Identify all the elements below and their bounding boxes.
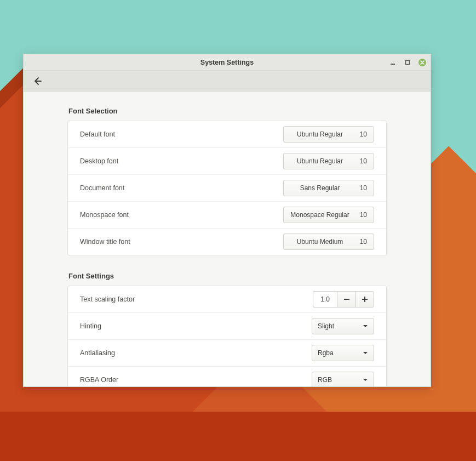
default-font-button[interactable]: Ubuntu Regular 10 <box>283 126 374 143</box>
maximize-icon <box>405 60 410 65</box>
row-desktop-font: Desktop font Ubuntu Regular 10 <box>68 147 386 174</box>
row-label: Window title font <box>80 238 130 246</box>
text-scaling-stepper <box>313 291 374 308</box>
window-controls <box>388 58 426 66</box>
font-size: 10 <box>357 211 367 219</box>
font-size: 10 <box>357 238 367 246</box>
row-text-scaling: Text scaling factor <box>68 286 386 312</box>
wallpaper-shape <box>0 412 476 461</box>
text-scaling-input[interactable] <box>313 291 337 308</box>
row-label: RGBA Order <box>80 376 118 384</box>
combobox-value: Rgba <box>318 349 358 357</box>
hinting-combobox[interactable]: Slight <box>312 318 374 334</box>
minimize-button[interactable] <box>388 58 397 66</box>
row-window-title-font: Window title font Ubuntu Medium 10 <box>68 228 386 255</box>
desktop-font-button[interactable]: Ubuntu Regular 10 <box>283 153 374 169</box>
arrow-left-icon <box>33 77 42 86</box>
row-label: Document font <box>80 184 124 192</box>
row-hinting: Hinting Slight <box>68 312 386 339</box>
antialiasing-combobox[interactable]: Rgba <box>312 345 374 361</box>
section-heading-font-settings: Font Settings <box>68 272 386 280</box>
font-size: 10 <box>357 157 367 165</box>
document-font-button[interactable]: Sans Regular 10 <box>283 180 374 196</box>
font-size: 10 <box>357 184 367 192</box>
window-title: System Settings <box>200 59 254 66</box>
maximize-button[interactable] <box>403 58 411 66</box>
row-label: Monospace font <box>80 211 129 219</box>
chevron-down-icon <box>363 350 368 356</box>
svg-rect-4 <box>364 297 365 302</box>
row-default-font: Default font Ubuntu Regular 10 <box>68 121 386 147</box>
text-scaling-increase-button[interactable] <box>355 291 374 308</box>
window-title-font-button[interactable]: Ubuntu Medium 10 <box>283 234 374 250</box>
font-name: Monospace Regular <box>290 211 349 219</box>
chevron-down-icon <box>363 323 368 329</box>
close-button[interactable] <box>418 58 426 66</box>
svg-rect-2 <box>344 299 349 300</box>
row-document-font: Document font Sans Regular 10 <box>68 174 386 201</box>
combobox-value: RGB <box>318 376 358 384</box>
settings-body: Font Selection Default font Ubuntu Regul… <box>24 92 431 386</box>
monospace-font-button[interactable]: Monospace Regular 10 <box>283 207 374 223</box>
chevron-down-icon <box>363 377 368 383</box>
svg-rect-1 <box>405 60 409 64</box>
font-name: Sans Regular <box>290 184 349 192</box>
row-label: Hinting <box>80 322 101 330</box>
font-size: 10 <box>357 130 367 138</box>
row-antialiasing: Antialiasing Rgba <box>68 339 386 366</box>
font-name: Ubuntu Regular <box>290 157 349 165</box>
back-button[interactable] <box>31 75 43 87</box>
row-label: Desktop font <box>80 157 118 165</box>
font-name: Ubuntu Medium <box>290 238 349 246</box>
plus-icon <box>362 296 368 303</box>
font-settings-panel: Text scaling factor Hinting Slight <box>67 286 387 386</box>
rgba-order-combobox[interactable]: RGB <box>312 372 374 386</box>
close-icon <box>420 60 425 65</box>
section-heading-font-selection: Font Selection <box>68 107 386 115</box>
font-selection-panel: Default font Ubuntu Regular 10 Desktop f… <box>67 121 387 255</box>
titlebar: System Settings <box>24 54 431 71</box>
toolbar <box>24 71 431 92</box>
minimize-icon <box>390 60 395 65</box>
row-monospace-font: Monospace font Monospace Regular 10 <box>68 201 386 228</box>
row-label: Text scaling factor <box>80 295 135 303</box>
font-name: Ubuntu Regular <box>290 130 349 138</box>
system-settings-window: System Settings Font Selection Defaul <box>23 54 431 387</box>
combobox-value: Slight <box>318 322 358 330</box>
text-scaling-decrease-button[interactable] <box>337 291 355 308</box>
svg-rect-0 <box>391 64 395 65</box>
row-label: Default font <box>80 130 115 138</box>
minus-icon <box>343 296 350 303</box>
row-label: Antialiasing <box>80 349 115 357</box>
row-rgba-order: RGBA Order RGB <box>68 366 386 386</box>
